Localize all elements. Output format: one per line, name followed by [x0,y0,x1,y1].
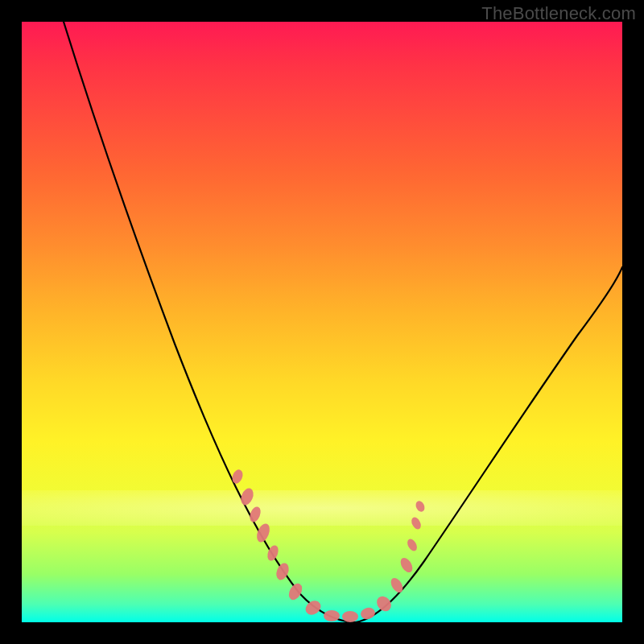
chart-frame: TheBottleneck.com [0,0,644,644]
svg-point-14 [406,538,419,553]
watermark-label: TheBottleneck.com [481,3,636,24]
left-curve [64,22,356,622]
right-curve [356,267,622,622]
marker-group [230,468,426,622]
svg-point-11 [374,593,394,614]
svg-point-10 [359,606,376,621]
svg-point-0 [230,468,245,485]
curve-overlay [22,22,622,622]
svg-point-3 [254,522,272,543]
svg-point-6 [286,581,304,602]
svg-point-12 [389,576,406,594]
svg-point-15 [410,516,423,531]
svg-point-13 [398,555,415,574]
svg-point-16 [414,500,426,514]
plot-area [22,22,622,622]
svg-point-8 [324,610,340,621]
svg-point-9 [342,611,358,622]
